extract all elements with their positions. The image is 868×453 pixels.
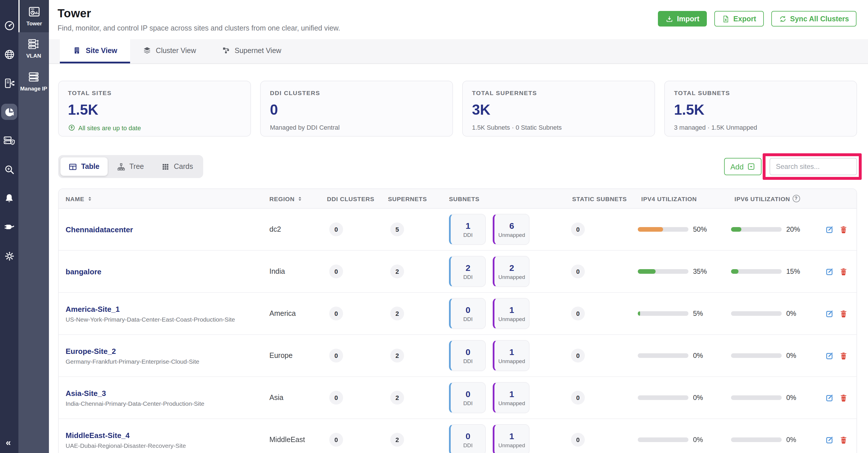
site-name-link[interactable]: MiddleEast-Site_4	[66, 431, 130, 440]
gear-icon[interactable]	[1, 248, 17, 264]
list-toolbar: Table Tree Cards Add	[58, 154, 857, 179]
add-button-label: Add	[731, 162, 744, 171]
ipv6-utilization-value: 15%	[786, 267, 800, 276]
subnets-ddi-card: 0 DDI	[449, 382, 486, 413]
edit-site-button[interactable]	[826, 225, 834, 234]
region-value: Europe	[261, 351, 319, 360]
site-description: US-New-York-Primary-Data-Center-East-Coa…	[66, 315, 235, 322]
delete-site-button[interactable]	[839, 351, 848, 360]
table-row: Chennaidatacenter dc2 0 5 1 DDI 6 Unmapp…	[59, 209, 857, 251]
subnets-ddi-card: 0 DDI	[449, 424, 486, 453]
tab-supernet-view[interactable]: Supernet View	[209, 39, 294, 63]
static-subnets-count-badge: 0	[571, 307, 585, 320]
delete-site-button[interactable]	[839, 225, 848, 234]
site-name-link[interactable]: Asia-Site_3	[66, 389, 106, 397]
static-subnets-count-badge: 0	[571, 391, 585, 404]
view-mode-cards[interactable]: Cards	[153, 157, 201, 176]
delete-site-button[interactable]	[839, 435, 848, 444]
view-mode-label: Cards	[174, 163, 193, 171]
bell-icon[interactable]	[1, 190, 17, 206]
edit-site-button[interactable]	[826, 393, 834, 402]
tab-label: Site View	[86, 47, 117, 54]
edit-site-button[interactable]	[826, 351, 834, 360]
list-toolbar-right: Add	[724, 158, 857, 175]
plug-icon[interactable]	[1, 219, 17, 235]
ddi-clusters-count-badge: 0	[329, 433, 343, 447]
subnets-unmapped-card: 1 Unmapped	[493, 340, 530, 371]
site-description: Germany-Frankfurt-Primary-Enterprise-Clo…	[66, 358, 199, 365]
info-icon[interactable]: ?	[792, 195, 800, 202]
ipv4-utilization-value: 0%	[693, 394, 703, 402]
region-value: Asia	[261, 394, 319, 402]
ipv6-utilization-bar	[731, 437, 782, 442]
table-header-row: NAME REGION DDI CLUSTERS SUPERNETS SUBNE…	[59, 189, 857, 209]
tab-label: Cluster View	[156, 47, 196, 54]
delete-site-button[interactable]	[839, 309, 848, 318]
view-mode-table[interactable]: Table	[60, 157, 107, 176]
circle-up-arrow-icon	[68, 124, 75, 132]
subnets-ddi-card: 2 DDI	[449, 256, 486, 287]
edit-site-button[interactable]	[826, 267, 834, 276]
nav-item-vlan[interactable]: VLAN	[19, 33, 49, 65]
delete-site-button[interactable]	[839, 393, 848, 402]
stat-card-total-sites: TOTAL SITES 1.5K All sites are up to dat…	[58, 81, 251, 137]
ipv4-utilization-bar	[638, 395, 688, 400]
edit-site-button[interactable]	[826, 435, 834, 444]
export-button[interactable]: Export	[714, 11, 764, 27]
tab-site-view[interactable]: Site View	[60, 39, 130, 63]
speedometer-icon[interactable]	[1, 17, 17, 33]
site-name-link[interactable]: America-Site_1	[66, 305, 120, 313]
site-table-body: Chennaidatacenter dc2 0 5 1 DDI 6 Unmapp…	[59, 209, 857, 453]
nav-item-label: Manage IP	[20, 86, 47, 92]
globe-dns-icon[interactable]	[1, 46, 17, 62]
region-value: MiddleEast	[261, 436, 319, 444]
site-name-link[interactable]: Chennaidatacenter	[66, 225, 133, 234]
table-row: Europe-Site_2 Germany-Frankfurt-Primary-…	[59, 335, 857, 377]
view-mode-tree[interactable]: Tree	[108, 157, 152, 176]
ipv6-utilization-bar	[731, 269, 782, 274]
network-nodes-icon	[221, 46, 230, 55]
stat-card-total-supernets: TOTAL SUPERNETS 3K 1.5K Subnets · 0 Stat…	[462, 81, 655, 137]
edit-site-button[interactable]	[826, 309, 834, 318]
add-button[interactable]: Add	[724, 158, 762, 175]
supernets-count-badge: 2	[390, 349, 404, 363]
ipv6-utilization-bar	[731, 353, 782, 358]
org-tree-icon	[117, 162, 125, 171]
app-window: « Tower VLAN Manage IP Tower Find, monit…	[0, 0, 868, 453]
ipv4-utilization-bar	[638, 311, 688, 316]
view-mode-label: Tree	[129, 163, 144, 171]
sync-all-clusters-button[interactable]: Sync All Clusters	[771, 11, 857, 27]
pie-chart-icon[interactable]	[1, 104, 17, 120]
sync-button-label: Sync All Clusters	[790, 15, 849, 23]
nav-item-tower[interactable]: Tower	[19, 0, 49, 33]
static-subnets-count-badge: 0	[571, 223, 585, 236]
column-header-name[interactable]: NAME	[59, 195, 261, 202]
magnifier-icon[interactable]	[1, 161, 17, 177]
column-header-region[interactable]: REGION	[261, 195, 319, 202]
collapse-sidebar-chevrons[interactable]: «	[6, 438, 10, 447]
subnets-unmapped-card: 1 Unmapped	[493, 424, 530, 453]
region-value: India	[261, 267, 319, 276]
stat-subtext: 3 managed · 1.5K Unmapped	[674, 124, 847, 131]
ipv4-utilization-bar	[638, 437, 688, 442]
ipv6-utilization-bar	[731, 395, 782, 400]
column-header-ipv4-utilization: IPV4 UTILIZATION	[633, 195, 726, 202]
sync-arrows-icon	[778, 15, 786, 23]
site-name-link[interactable]: Europe-Site_2	[66, 347, 116, 355]
server-shield-icon[interactable]	[1, 133, 17, 149]
view-tabs: Site View Cluster View Supernet View	[49, 39, 868, 64]
stat-subtext: Managed by DDI Central	[270, 124, 443, 131]
tab-cluster-view[interactable]: Cluster View	[130, 39, 209, 63]
site-name-link[interactable]: bangalore	[66, 267, 101, 276]
delete-site-button[interactable]	[839, 267, 848, 276]
document-branch-icon[interactable]	[1, 75, 17, 91]
content-area: TOTAL SITES 1.5K All sites are up to dat…	[49, 81, 868, 453]
nav-item-manage-ip[interactable]: Manage IP	[19, 65, 49, 98]
stat-value: 1.5K	[68, 102, 241, 118]
ipv6-utilization-value: 0%	[786, 310, 796, 317]
search-input[interactable]	[770, 158, 857, 175]
view-mode-label: Table	[81, 163, 99, 171]
download-icon	[665, 15, 674, 23]
import-button[interactable]: Import	[658, 11, 707, 27]
table-row: MiddleEast-Site_4 UAE-Dubai-Regional-Dis…	[59, 419, 857, 453]
